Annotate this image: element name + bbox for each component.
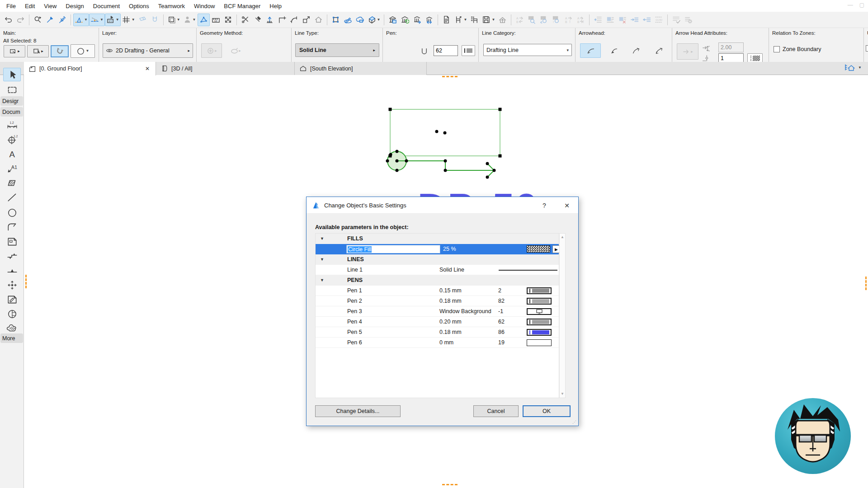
cancel-button[interactable]: Cancel: [473, 405, 519, 417]
swap-ab-button[interactable]: AB: [514, 14, 526, 26]
arrowhead-size-field[interactable]: [718, 42, 744, 52]
selection-mode-button[interactable]: ▸: [4, 45, 25, 57]
cloud-button[interactable]: [354, 14, 366, 26]
menu-file[interactable]: File: [2, 3, 20, 9]
pen-number-field[interactable]: [434, 45, 458, 56]
arrowhead-style-1-button[interactable]: [580, 43, 601, 58]
arrow-type-button[interactable]: ▸: [677, 43, 698, 60]
check-list-button[interactable]: [670, 14, 682, 26]
dropdown-caret-icon[interactable]: ▼: [84, 18, 88, 22]
level-dimension-tool[interactable]: 1.2: [3, 133, 21, 146]
guid-button[interactable]: GUID: [653, 14, 665, 26]
line-type-preview[interactable]: [499, 270, 557, 271]
pen-color-swatch[interactable]: [527, 319, 552, 325]
geometry-method-ellipse-button[interactable]: ▸: [226, 43, 245, 58]
group-row-lines[interactable]: ▼ LINES: [316, 254, 559, 265]
gravity-toggle-button[interactable]: [51, 45, 69, 57]
publish-button[interactable]: [496, 14, 509, 26]
fillet-button[interactable]: [288, 14, 300, 26]
group-row-fills[interactable]: ▼ FILLS: [316, 234, 559, 244]
parameter-name[interactable]: Pen 5: [335, 329, 439, 335]
trim-button[interactable]: [276, 14, 288, 26]
dialog-title-bar[interactable]: Change Object's Basic Settings ? ✕: [307, 197, 578, 214]
pen-color-swatch[interactable]: [527, 308, 552, 315]
dropdown-caret-icon[interactable]: ▼: [116, 18, 119, 22]
find-next-button[interactable]: A!: [550, 14, 562, 26]
tab-3d-all[interactable]: [3D / All]: [156, 62, 295, 75]
dialog-close-button[interactable]: ✕: [561, 201, 573, 211]
floor-plan-cut-plane-button[interactable]: ▼: [166, 14, 182, 26]
share-library-button[interactable]: [423, 14, 435, 26]
parameter-value[interactable]: 0.15 mm: [439, 287, 498, 294]
scroll-down-icon[interactable]: ▼: [560, 391, 565, 397]
dropdown-caret-icon[interactable]: ▼: [100, 18, 104, 22]
pen-color-swatch[interactable]: [527, 329, 552, 336]
replace-all-ab-button[interactable]: AB!: [575, 14, 587, 26]
issue-settings-button[interactable]: [682, 14, 694, 26]
parameter-value[interactable]: 0 mm: [439, 339, 498, 346]
indent-list-button[interactable]: [592, 14, 604, 26]
group-row-pens[interactable]: ▼ PENS: [316, 275, 559, 286]
import-library-button[interactable]: [411, 14, 423, 26]
arrowhead-pen-field[interactable]: [718, 53, 744, 62]
parameter-row-pen-3[interactable]: Pen 3 Window Background -1: [316, 306, 559, 317]
pen-color-swatch[interactable]: [527, 339, 552, 346]
dropdown-caret-icon[interactable]: ▼: [463, 18, 467, 22]
section-tool[interactable]: [3, 249, 21, 263]
clipped-checkbox[interactable]: [866, 45, 868, 52]
drag-button[interactable]: [264, 14, 276, 26]
worksheet-tool[interactable]: [3, 293, 21, 306]
resize-grip[interactable]: ⋰: [572, 420, 577, 424]
parameter-name[interactable]: Pen 2: [335, 298, 439, 304]
dropdown-caret-icon[interactable]: ▼: [177, 18, 180, 22]
dropdown-caret-icon[interactable]: ▼: [377, 18, 381, 22]
menu-view[interactable]: View: [39, 3, 61, 9]
pick-up-parameters-button[interactable]: [44, 14, 56, 26]
menu-edit[interactable]: Edit: [20, 3, 39, 9]
replace-ab-button[interactable]: AB!: [562, 14, 575, 26]
parameter-value[interactable]: 0.20 mm: [439, 319, 498, 325]
menu-bcf-manager[interactable]: BCF Manager: [219, 3, 265, 9]
collapse-triangle-icon[interactable]: ▼: [316, 257, 335, 262]
cutaway-button[interactable]: ▼: [366, 14, 382, 26]
parameter-name-editor[interactable]: Circle Fill: [346, 245, 440, 253]
arrowhead-style-4-button[interactable]: [649, 43, 669, 58]
edit-selection-button[interactable]: [330, 14, 342, 26]
minimize-icon[interactable]: —: [848, 2, 853, 8]
zone-boundary-checkbox[interactable]: [774, 46, 780, 52]
pen-color-swatch[interactable]: [527, 298, 552, 305]
parameter-name[interactable]: Pen 4: [335, 319, 439, 325]
redo-button[interactable]: [14, 14, 27, 26]
snap-grid-button[interactable]: ▼: [121, 14, 137, 26]
find-a-button[interactable]: A: [526, 14, 538, 26]
detail-tool[interactable]: [3, 307, 21, 321]
parameter-value[interactable]: 0.18 mm: [439, 329, 498, 335]
home-story-button[interactable]: [312, 14, 325, 26]
label-tool[interactable]: A1: [3, 162, 21, 175]
collapse-triangle-icon[interactable]: ▼: [316, 236, 335, 241]
coordinate-input-button[interactable]: XY:▼: [105, 14, 121, 26]
snap-guides-button[interactable]: ▼: [89, 14, 105, 26]
resize-button[interactable]: [300, 14, 312, 26]
gravity-button[interactable]: [149, 14, 161, 26]
line-category-select[interactable]: Drafting Line ▾: [483, 44, 572, 56]
guide-marker-bottom[interactable]: [442, 484, 458, 485]
line-type-selector[interactable]: Solid Line ▸: [295, 43, 379, 57]
dropdown-caret-icon[interactable]: ▼: [491, 18, 495, 22]
menu-teamwork[interactable]: Teamwork: [154, 3, 189, 9]
split-button[interactable]: [239, 14, 251, 26]
merge-out-button[interactable]: [641, 14, 653, 26]
polyline-tool[interactable]: [3, 221, 21, 234]
parameter-row-circle-fill[interactable]: Circle Fill 25 % ▶: [316, 244, 559, 254]
reload-libraries-button[interactable]: [399, 14, 411, 26]
scroll-up-icon[interactable]: ▲: [560, 235, 565, 240]
dropdown-caret-icon[interactable]: ▼: [193, 18, 196, 22]
tab-ground-floor[interactable]: [0. Ground Floor] ✕: [24, 62, 156, 75]
parameter-row-pen-4[interactable]: Pen 4 0.20 mm 62: [316, 317, 559, 327]
navigator-popup-button[interactable]: ▼: [844, 63, 862, 72]
dimension-units-button[interactable]: 12: [210, 14, 222, 26]
guide-marker-left[interactable]: [25, 275, 27, 288]
guide-marker-right[interactable]: [865, 277, 867, 290]
place-library-part-button[interactable]: [387, 14, 399, 26]
parameter-name[interactable]: Pen 6: [335, 339, 439, 346]
